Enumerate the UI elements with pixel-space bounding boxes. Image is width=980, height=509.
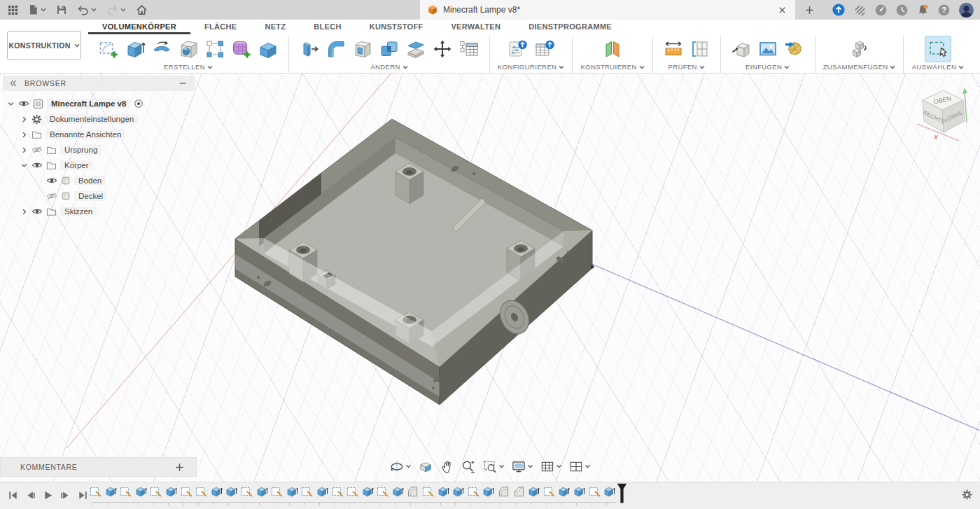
select-tool-button[interactable] (925, 36, 951, 62)
undo-button[interactable] (72, 0, 102, 20)
browser-item-benannte-ansichten[interactable]: Benannte Ansichten (3, 127, 195, 142)
browser-item-minecraft-lampe-v8[interactable]: Minecraft Lampe v8 (3, 96, 195, 111)
fillet-tool-button[interactable] (323, 36, 349, 62)
timeline-feature-sketch-23[interactable] (422, 485, 434, 498)
timeline-feature-sketch-8[interactable] (195, 485, 207, 498)
ribbon-tab-netz[interactable]: NETZ (251, 22, 300, 34)
group-label-andern[interactable]: ÄNDERN (370, 63, 408, 71)
nav-look-at-button[interactable] (415, 458, 437, 475)
activate-component-radio-icon[interactable] (134, 99, 144, 109)
nav-layout-grid-button[interactable] (537, 458, 566, 475)
timeline-feature-extrude-9[interactable] (211, 485, 223, 498)
expander-right-icon[interactable] (20, 116, 28, 123)
timeline-feature-extrude-32[interactable] (558, 485, 570, 498)
timeline-position-marker[interactable] (617, 483, 627, 506)
timeline-go-to-start-button[interactable] (6, 488, 20, 503)
timeline-feature-sketch-1[interactable] (90, 485, 102, 498)
timeline-feature-extrude-4[interactable] (135, 485, 147, 498)
document-tab[interactable]: Minecraft Lampe v8* (420, 0, 795, 20)
timeline-feature-sketch-34[interactable] (589, 485, 601, 498)
combine-tool-button[interactable] (377, 36, 402, 62)
browser-item-skizzen[interactable]: Skizzen (3, 204, 195, 219)
timeline-feature-extrude-2[interactable] (105, 485, 117, 498)
eye-icon[interactable] (46, 176, 57, 186)
timeline-feature-sketch-13[interactable] (271, 485, 283, 498)
group-label-konstruieren[interactable]: KONSTRUIEREN (580, 63, 644, 71)
move-tool-button[interactable] (430, 36, 455, 62)
extrude-tool-button[interactable] (122, 36, 148, 62)
timeline-feature-extrude-33[interactable] (573, 485, 585, 498)
app-grid-button[interactable] (3, 0, 23, 20)
create-sketch-tool-button[interactable] (96, 36, 121, 62)
section-analysis-tool-button[interactable] (687, 36, 713, 62)
offset-face-tool-button[interactable] (403, 36, 428, 62)
timeline-feature-extrude-19[interactable] (362, 485, 374, 498)
model-body-boden[interactable] (235, 119, 594, 405)
close-tab-button[interactable] (776, 4, 788, 16)
timeline-feature-extrude-21[interactable] (392, 485, 404, 498)
construction-plane-tool-button[interactable] (600, 36, 625, 62)
job-status-button[interactable] (853, 4, 867, 17)
canvas-tool-button[interactable] (755, 36, 780, 62)
ribbon-tab-dienstprogramme[interactable]: DIENSTPROGRAMME (514, 22, 626, 34)
expander-right-icon[interactable] (20, 208, 28, 216)
add-comment-button[interactable] (170, 461, 189, 473)
eye-off-icon[interactable] (31, 145, 43, 155)
nav-zoom-button[interactable] (458, 458, 479, 475)
group-label-auswahlen[interactable]: AUSWÄHLEN (911, 63, 964, 71)
notifications-button[interactable] (916, 4, 930, 17)
browser-item-ursprung[interactable]: Ursprung (3, 142, 195, 158)
change-parameters-tool-button[interactable] (456, 36, 482, 62)
box-primitive-tool-button[interactable] (255, 36, 281, 62)
browser-collapse-button[interactable] (9, 79, 18, 88)
press-pull-tool-button[interactable] (297, 36, 322, 62)
timeline-feature-chamfer-29[interactable] (513, 485, 525, 498)
browser-item-dokumenteinstellungen[interactable]: Dokumenteinstellungen (3, 111, 195, 127)
measure-tool-button[interactable] (661, 36, 686, 62)
insert-mesh-tool-button[interactable] (782, 36, 807, 62)
timeline-step-forward-button[interactable] (58, 488, 73, 503)
group-label-prufen[interactable]: PRÜFEN (668, 63, 704, 71)
join-tool-button[interactable] (847, 36, 872, 62)
revolve-tool-button[interactable] (149, 36, 174, 62)
nav-viewports-button[interactable] (566, 458, 594, 475)
timeline-feature-extrude-35[interactable] (603, 485, 615, 498)
timeline-settings-button[interactable] (962, 489, 972, 500)
timeline-feature-extrude-25[interactable] (452, 485, 464, 498)
eye-off-icon[interactable] (46, 191, 57, 201)
nav-display-settings-button[interactable] (508, 458, 537, 475)
timeline-feature-sketch-31[interactable] (543, 485, 555, 498)
timeline-feature-fillet-28[interactable] (498, 485, 510, 498)
redo-button[interactable] (102, 0, 131, 20)
timeline-play-button[interactable] (41, 488, 55, 503)
eye-icon[interactable] (18, 99, 29, 109)
nav-pan-button[interactable] (437, 458, 458, 475)
configuration-table-tool-button[interactable] (532, 36, 557, 62)
timeline-feature-sketch-20[interactable] (377, 485, 388, 498)
timeline-feature-sketch-7[interactable] (181, 485, 192, 498)
configuration-tool-button[interactable] (505, 36, 531, 62)
timeline-feature-extrude-24[interactable] (438, 485, 449, 498)
browser-minimize-button[interactable] (177, 78, 188, 89)
timeline-feature-sketch-15[interactable] (301, 485, 313, 498)
ribbon-tab-flache[interactable]: FLÄCHE (190, 22, 251, 34)
timeline-feature-fillet-22[interactable] (407, 485, 419, 498)
create-form-tool-button[interactable] (229, 36, 254, 62)
timeline-feature-extrude-30[interactable] (528, 485, 540, 498)
group-label-zusammenfugen[interactable]: ZUSAMMENFÜGEN (823, 63, 896, 71)
browser-item-korper[interactable]: Körper (3, 158, 195, 173)
timeline-feature-extrude-12[interactable] (256, 485, 268, 498)
file-button[interactable] (23, 0, 51, 20)
browser-item-deckel[interactable]: Deckel (3, 188, 195, 204)
timeline-feature-sketch-17[interactable] (332, 485, 344, 498)
shell-tool-button[interactable] (350, 36, 375, 62)
view-cube[interactable]: OBEN RECHTS VORNE X (903, 79, 976, 152)
timeline-step-back-button[interactable] (23, 488, 38, 503)
timeline-feature-extrude-14[interactable] (286, 485, 298, 498)
eye-icon[interactable] (31, 160, 43, 170)
rectangular-pattern-tool-button[interactable] (202, 36, 227, 62)
timeline-feature-sketch-5[interactable] (150, 485, 162, 498)
expander-down-icon[interactable] (7, 100, 15, 108)
nav-zoom-window-button[interactable] (479, 458, 508, 475)
derive-tool-button[interactable] (729, 36, 754, 62)
